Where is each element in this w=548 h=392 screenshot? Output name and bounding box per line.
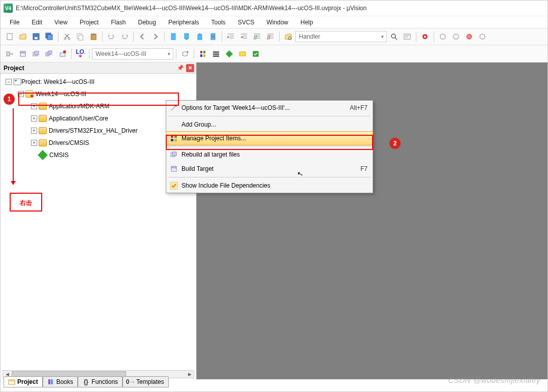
annotation-badge-1: 1 xyxy=(4,94,15,105)
expand-icon[interactable]: + xyxy=(31,128,37,134)
bookmark-clear-icon[interactable] xyxy=(207,31,219,43)
target-combo[interactable]: Week14---ucOS-III xyxy=(92,48,173,59)
tab-books[interactable]: Books xyxy=(43,376,78,387)
svg-rect-19 xyxy=(404,34,410,39)
redo-icon[interactable] xyxy=(118,31,131,43)
tree-folder-label: Drivers/CMSIS xyxy=(49,139,89,146)
options-icon[interactable] xyxy=(179,48,191,60)
breakpoint3-icon[interactable] xyxy=(463,31,475,43)
indent-icon[interactable] xyxy=(225,31,237,43)
open-icon[interactable] xyxy=(17,31,29,43)
breakpoint-icon[interactable] xyxy=(437,31,449,43)
svg-point-23 xyxy=(453,34,459,39)
annotation-badge-2: 2 xyxy=(389,138,401,149)
packs-icon[interactable] xyxy=(223,48,235,60)
cm-manage-project-items[interactable]: Manage Project Items... ↖ xyxy=(166,131,373,145)
close-icon[interactable]: ✕ xyxy=(186,64,194,72)
debug-icon[interactable] xyxy=(419,31,431,43)
menu-help[interactable]: Help xyxy=(295,17,318,27)
incremental-find-icon[interactable] xyxy=(401,31,413,43)
menu-debug[interactable]: Debug xyxy=(133,17,161,27)
cm-rebuild-all[interactable]: Rebuild all target files xyxy=(166,147,373,162)
check-icon xyxy=(169,181,178,190)
find-combo[interactable]: Handler xyxy=(295,31,387,42)
paste-icon[interactable] xyxy=(87,31,100,43)
stop-build-icon[interactable] xyxy=(56,48,69,60)
manage-icon[interactable] xyxy=(210,48,222,60)
comment-icon[interactable]: // xyxy=(251,31,263,43)
collapse-icon[interactable]: − xyxy=(6,79,12,85)
project-tab-icon xyxy=(8,378,15,385)
new-icon[interactable] xyxy=(4,31,16,43)
svg-point-24 xyxy=(467,34,472,39)
scroll-right-icon[interactable]: ▶ xyxy=(186,371,194,378)
breakpoint2-icon[interactable] xyxy=(450,31,462,43)
svg-rect-47 xyxy=(14,79,21,85)
menu-peripherals[interactable]: Peripherals xyxy=(163,17,204,27)
cm-build-target[interactable]: Build Target F7 xyxy=(166,162,373,176)
tab-project[interactable]: Project xyxy=(4,376,43,387)
tab-functions[interactable]: {} Functions xyxy=(78,376,123,387)
uncomment-icon[interactable]: // xyxy=(264,31,277,43)
svg-rect-8 xyxy=(79,35,83,40)
collapse-icon[interactable]: − xyxy=(18,91,24,97)
target-icon xyxy=(25,91,34,98)
tab-templates[interactable]: 0→ Templates xyxy=(123,376,169,387)
breakpoint4-icon[interactable] xyxy=(476,31,489,43)
cm-options-for-target[interactable]: Options for Target 'Week14---ucOS-III'..… xyxy=(166,101,373,115)
bookmark-icon[interactable] xyxy=(167,31,179,43)
find-icon[interactable] xyxy=(282,31,294,43)
bookmark-prev-icon[interactable] xyxy=(180,31,193,43)
svg-rect-33 xyxy=(49,51,52,54)
menu-project[interactable]: Project xyxy=(75,17,104,27)
tree-target[interactable]: − Week14---ucOS-III xyxy=(2,88,195,100)
folder-icon xyxy=(39,139,47,146)
save-icon[interactable] xyxy=(30,31,42,43)
find-in-files-icon[interactable] xyxy=(388,31,400,43)
svg-rect-2 xyxy=(35,37,38,39)
menu-view[interactable]: View xyxy=(49,17,73,27)
cut-icon[interactable] xyxy=(61,31,73,43)
menu-window[interactable]: Window xyxy=(261,17,293,27)
svg-rect-28 xyxy=(20,51,25,53)
svg-rect-53 xyxy=(171,135,173,138)
svg-rect-12 xyxy=(185,34,189,39)
menu-svcs[interactable]: SVCS xyxy=(233,17,260,27)
copy-icon[interactable] xyxy=(74,31,86,43)
batch-build-icon[interactable] xyxy=(43,48,55,60)
target-combo-text: Week14---ucOS-III xyxy=(96,50,146,57)
svg-rect-11 xyxy=(171,34,175,40)
outdent-icon[interactable] xyxy=(238,31,250,43)
bookmark-next-icon[interactable] xyxy=(194,31,206,43)
svg-rect-43 xyxy=(213,55,219,57)
svg-rect-41 xyxy=(213,51,219,53)
cm-add-group[interactable]: Add Group... xyxy=(166,117,373,132)
build-icon[interactable] xyxy=(17,48,29,60)
menu-flash[interactable]: Flash xyxy=(106,17,131,27)
menu-file[interactable]: File xyxy=(5,17,24,27)
download-icon[interactable]: LOAD xyxy=(74,48,86,60)
save-all-icon[interactable] xyxy=(43,31,55,43)
undo-icon[interactable] xyxy=(105,31,117,43)
context-menu: Options for Target 'Week14---ucOS-III'..… xyxy=(166,100,373,193)
expand-icon[interactable]: + xyxy=(31,115,37,122)
templates-tab-icon: 0→ xyxy=(127,378,134,385)
rebuild-icon[interactable] xyxy=(30,48,42,60)
menu-edit[interactable]: Edit xyxy=(26,17,47,27)
expand-icon[interactable]: + xyxy=(31,103,37,109)
tree-folder-label: Application/MDK-ARM xyxy=(49,103,109,110)
translate-icon[interactable] xyxy=(4,48,16,60)
cm-show-include-deps[interactable]: Show Include File Dependencies xyxy=(166,178,373,193)
rte-icon[interactable] xyxy=(236,48,249,60)
menu-tools[interactable]: Tools xyxy=(206,17,231,27)
file-ext-icon[interactable] xyxy=(197,48,209,60)
svg-rect-27 xyxy=(20,53,25,56)
app-icon: V4 xyxy=(4,4,13,13)
select-packs-icon[interactable] xyxy=(250,48,262,60)
back-icon[interactable] xyxy=(136,31,148,43)
tree-root[interactable]: − Project: Week14---ucOS-III xyxy=(2,76,195,88)
pin-icon[interactable]: 📌 xyxy=(177,65,184,71)
svg-rect-55 xyxy=(171,139,173,141)
forward-icon[interactable] xyxy=(149,31,162,43)
expand-icon[interactable]: + xyxy=(31,140,37,146)
